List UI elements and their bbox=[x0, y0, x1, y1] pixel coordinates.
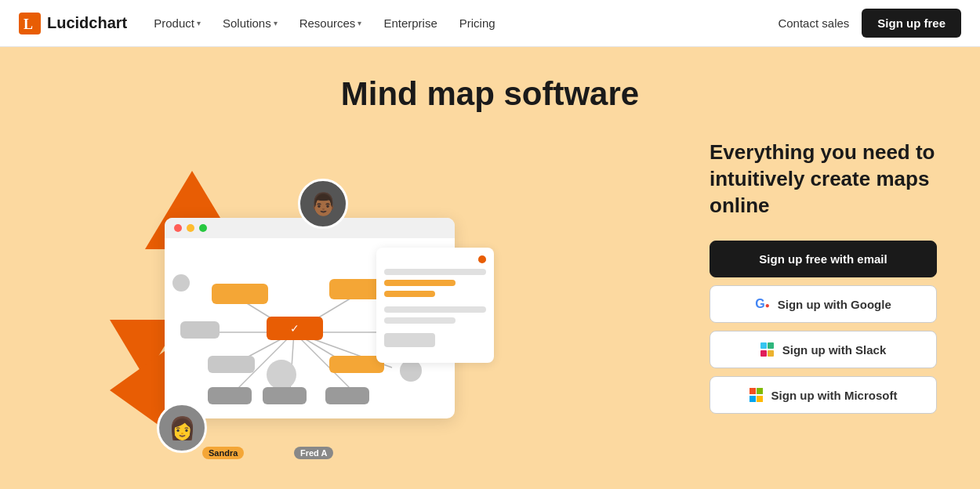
panel-line-2 bbox=[384, 280, 456, 286]
svg-text:L: L bbox=[24, 16, 33, 32]
chevron-down-icon: ▾ bbox=[274, 19, 278, 27]
window-dot-yellow bbox=[187, 224, 194, 232]
microsoft-icon bbox=[750, 388, 764, 402]
google-icon: G● bbox=[755, 297, 770, 311]
avatar-face-sandra: 👩 bbox=[159, 405, 205, 451]
hero-title: Mind map software bbox=[341, 75, 639, 113]
node-left bbox=[180, 321, 220, 339]
signup-microsoft-button[interactable]: Sign up with Microsoft bbox=[710, 376, 937, 414]
sandra-label: Sandra bbox=[202, 447, 244, 459]
avatar-face-fred: 👨🏾 bbox=[300, 181, 346, 226]
circle-node-tl bbox=[172, 274, 190, 292]
panel-close-btn: — bbox=[384, 255, 486, 264]
slack-icon bbox=[760, 342, 775, 357]
logo-icon: L bbox=[19, 13, 41, 34]
node-top-left bbox=[212, 284, 268, 304]
node-bottom-right bbox=[325, 387, 369, 404]
right-panel: Everything you need to intuitively creat… bbox=[678, 132, 945, 422]
window-dot-green bbox=[199, 224, 207, 232]
nav-resources[interactable]: Resources ▾ bbox=[292, 12, 370, 34]
panel-button bbox=[384, 333, 435, 347]
panel-dot-red bbox=[478, 255, 486, 263]
node-bottom-left bbox=[208, 387, 252, 404]
illustration-area: ✓ bbox=[35, 132, 678, 476]
circle-node-right bbox=[400, 360, 422, 382]
signup-free-button[interactable]: Sign up free bbox=[862, 9, 961, 38]
signup-google-button[interactable]: G● Sign up with Google bbox=[710, 285, 937, 323]
avatar-sandra: 👩 bbox=[157, 403, 207, 453]
logo-text: Lucidchart bbox=[47, 14, 127, 32]
panel-line-3 bbox=[384, 291, 435, 297]
nav-pricing[interactable]: Pricing bbox=[452, 12, 503, 34]
center-node: ✓ bbox=[267, 317, 323, 340]
signup-email-button[interactable]: Sign up free with email bbox=[710, 241, 937, 277]
contact-sales-link[interactable]: Contact sales bbox=[778, 16, 849, 30]
panel-line-4 bbox=[384, 306, 486, 313]
logo-link[interactable]: L Lucidchart bbox=[19, 13, 127, 34]
avatar-fred: 👨🏾 bbox=[298, 179, 348, 229]
hero-tagline: Everything you need to intuitively creat… bbox=[710, 139, 945, 219]
side-panel: — bbox=[376, 248, 494, 363]
hero-section: Mind map software bbox=[0, 47, 980, 489]
nav-product[interactable]: Product ▾ bbox=[146, 12, 209, 34]
signup-slack-button[interactable]: Sign up with Slack bbox=[710, 331, 937, 368]
panel-line-5 bbox=[384, 317, 456, 324]
node-bottom-center bbox=[263, 387, 307, 404]
triangle-left bbox=[110, 351, 165, 429]
navbar: L Lucidchart Product ▾ Solutions ▾ Resou… bbox=[0, 0, 980, 47]
chevron-down-icon: ▾ bbox=[197, 19, 201, 27]
window-dot-red bbox=[174, 224, 182, 232]
nav-solutions[interactable]: Solutions ▾ bbox=[215, 12, 285, 34]
fred-label: Fred A bbox=[294, 447, 333, 459]
panel-line-1 bbox=[384, 269, 486, 275]
circle-node-center bbox=[267, 360, 296, 389]
node-mid-left bbox=[208, 356, 255, 373]
hero-body: ✓ bbox=[20, 132, 960, 476]
chevron-down-icon: ▾ bbox=[358, 19, 361, 27]
nav-enterprise[interactable]: Enterprise bbox=[376, 12, 445, 34]
nav-right: Contact sales Sign up free bbox=[778, 9, 961, 38]
